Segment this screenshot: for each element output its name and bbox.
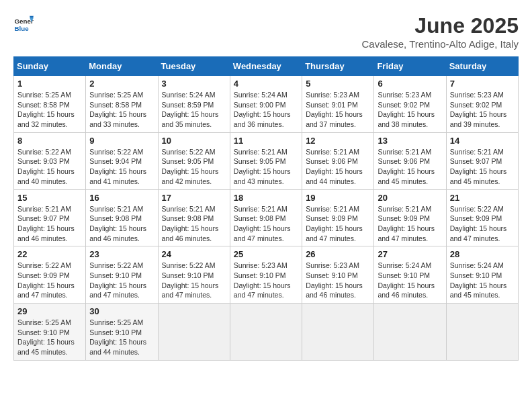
calendar-cell: 9 Sunrise: 5:22 AM Sunset: 9:04 PM Dayli… — [86, 132, 158, 189]
day-number: 2 — [89, 79, 154, 89]
day-number: 7 — [450, 79, 515, 89]
calendar-cell: 17 Sunrise: 5:21 AM Sunset: 9:08 PM Dayl… — [158, 189, 230, 246]
day-number: 22 — [17, 249, 82, 259]
day-number: 21 — [450, 193, 515, 203]
day-info: Sunrise: 5:23 AM Sunset: 9:10 PM Dayligh… — [234, 261, 298, 300]
calendar-week-row: 29 Sunrise: 5:25 AM Sunset: 9:10 PM Dayl… — [14, 304, 519, 361]
weekday-header: Wednesday — [230, 57, 302, 76]
calendar-cell: 24 Sunrise: 5:22 AM Sunset: 9:10 PM Dayl… — [158, 246, 230, 304]
day-number: 15 — [17, 193, 82, 203]
day-info: Sunrise: 5:21 AM Sunset: 9:06 PM Dayligh… — [378, 147, 442, 187]
day-number: 6 — [378, 79, 442, 89]
day-info: Sunrise: 5:23 AM Sunset: 9:02 PM Dayligh… — [378, 90, 442, 130]
calendar-cell: 2 Sunrise: 5:25 AM Sunset: 8:58 PM Dayli… — [86, 76, 158, 133]
weekday-header: Saturday — [446, 57, 518, 76]
day-number: 27 — [378, 249, 442, 259]
day-number: 24 — [162, 249, 226, 259]
day-info: Sunrise: 5:24 AM Sunset: 9:10 PM Dayligh… — [378, 261, 442, 300]
day-number: 14 — [450, 136, 515, 146]
calendar-cell: 19 Sunrise: 5:21 AM Sunset: 9:09 PM Dayl… — [302, 189, 374, 246]
calendar-cell: 21 Sunrise: 5:22 AM Sunset: 9:09 PM Dayl… — [446, 189, 518, 246]
calendar-cell: 16 Sunrise: 5:21 AM Sunset: 9:08 PM Dayl… — [86, 189, 158, 246]
day-info: Sunrise: 5:23 AM Sunset: 9:10 PM Dayligh… — [306, 261, 370, 300]
day-number: 3 — [162, 79, 226, 89]
day-info: Sunrise: 5:21 AM Sunset: 9:08 PM Dayligh… — [89, 204, 154, 244]
calendar-cell: 15 Sunrise: 5:21 AM Sunset: 9:07 PM Dayl… — [14, 189, 86, 246]
day-info: Sunrise: 5:24 AM Sunset: 9:10 PM Dayligh… — [450, 261, 515, 300]
day-info: Sunrise: 5:21 AM Sunset: 9:08 PM Dayligh… — [234, 204, 298, 244]
day-info: Sunrise: 5:22 AM Sunset: 9:04 PM Dayligh… — [89, 147, 154, 187]
day-number: 28 — [450, 249, 515, 259]
day-number: 25 — [234, 249, 298, 259]
calendar-cell — [158, 304, 230, 361]
day-number: 26 — [306, 249, 370, 259]
calendar-cell: 12 Sunrise: 5:21 AM Sunset: 9:06 PM Dayl… — [302, 132, 374, 189]
calendar-cell: 18 Sunrise: 5:21 AM Sunset: 9:08 PM Dayl… — [230, 189, 302, 246]
calendar-cell: 13 Sunrise: 5:21 AM Sunset: 9:06 PM Dayl… — [374, 132, 446, 189]
day-info: Sunrise: 5:21 AM Sunset: 9:06 PM Dayligh… — [306, 147, 370, 187]
day-info: Sunrise: 5:22 AM Sunset: 9:03 PM Dayligh… — [17, 147, 82, 187]
calendar-cell: 8 Sunrise: 5:22 AM Sunset: 9:03 PM Dayli… — [14, 132, 86, 189]
title-block: June 2025 Cavalese, Trentino-Alto Adige,… — [362, 13, 519, 50]
day-info: Sunrise: 5:23 AM Sunset: 9:02 PM Dayligh… — [450, 90, 515, 130]
logo-icon: General Blue — [13, 13, 34, 34]
calendar-cell: 7 Sunrise: 5:23 AM Sunset: 9:02 PM Dayli… — [446, 76, 518, 133]
day-number: 1 — [17, 79, 82, 89]
calendar-cell: 3 Sunrise: 5:24 AM Sunset: 8:59 PM Dayli… — [158, 76, 230, 133]
weekday-header: Tuesday — [158, 57, 230, 76]
calendar-cell: 14 Sunrise: 5:21 AM Sunset: 9:07 PM Dayl… — [446, 132, 518, 189]
day-number: 29 — [17, 306, 82, 316]
calendar-header-row: SundayMondayTuesdayWednesdayThursdayFrid… — [14, 57, 519, 76]
day-info: Sunrise: 5:21 AM Sunset: 9:08 PM Dayligh… — [162, 204, 226, 244]
day-info: Sunrise: 5:25 AM Sunset: 9:10 PM Dayligh… — [17, 318, 82, 357]
day-number: 17 — [162, 193, 226, 203]
calendar-cell — [446, 304, 518, 361]
calendar-cell — [302, 304, 374, 361]
day-info: Sunrise: 5:25 AM Sunset: 8:58 PM Dayligh… — [17, 90, 82, 130]
calendar-cell: 23 Sunrise: 5:22 AM Sunset: 9:10 PM Dayl… — [86, 246, 158, 304]
calendar-cell: 30 Sunrise: 5:25 AM Sunset: 9:10 PM Dayl… — [86, 304, 158, 361]
day-number: 8 — [17, 136, 82, 146]
calendar-cell: 6 Sunrise: 5:23 AM Sunset: 9:02 PM Dayli… — [374, 76, 446, 133]
day-info: Sunrise: 5:24 AM Sunset: 9:00 PM Dayligh… — [234, 90, 298, 130]
day-number: 4 — [234, 79, 298, 89]
calendar-week-row: 15 Sunrise: 5:21 AM Sunset: 9:07 PM Dayl… — [14, 189, 519, 246]
day-info: Sunrise: 5:21 AM Sunset: 9:05 PM Dayligh… — [234, 147, 298, 187]
location-title: Cavalese, Trentino-Alto Adige, Italy — [362, 38, 519, 50]
calendar-cell: 25 Sunrise: 5:23 AM Sunset: 9:10 PM Dayl… — [230, 246, 302, 304]
day-info: Sunrise: 5:22 AM Sunset: 9:10 PM Dayligh… — [162, 261, 226, 300]
day-number: 18 — [234, 193, 298, 203]
day-number: 12 — [306, 136, 370, 146]
day-number: 16 — [89, 193, 154, 203]
day-info: Sunrise: 5:21 AM Sunset: 9:09 PM Dayligh… — [306, 204, 370, 244]
weekday-header: Friday — [374, 57, 446, 76]
day-info: Sunrise: 5:24 AM Sunset: 8:59 PM Dayligh… — [162, 90, 226, 130]
day-number: 10 — [162, 136, 226, 146]
calendar-cell: 1 Sunrise: 5:25 AM Sunset: 8:58 PM Dayli… — [14, 76, 86, 133]
month-title: June 2025 — [362, 13, 519, 38]
day-info: Sunrise: 5:25 AM Sunset: 9:10 PM Dayligh… — [89, 318, 154, 357]
day-number: 9 — [89, 136, 154, 146]
calendar-cell: 28 Sunrise: 5:24 AM Sunset: 9:10 PM Dayl… — [446, 246, 518, 304]
calendar-cell: 22 Sunrise: 5:22 AM Sunset: 9:09 PM Dayl… — [14, 246, 86, 304]
calendar-cell — [230, 304, 302, 361]
svg-text:Blue: Blue — [15, 25, 30, 32]
day-number: 13 — [378, 136, 442, 146]
day-info: Sunrise: 5:23 AM Sunset: 9:01 PM Dayligh… — [306, 90, 370, 130]
day-number: 5 — [306, 79, 370, 89]
calendar-cell: 20 Sunrise: 5:21 AM Sunset: 9:09 PM Dayl… — [374, 189, 446, 246]
day-info: Sunrise: 5:21 AM Sunset: 9:09 PM Dayligh… — [378, 204, 442, 244]
day-number: 19 — [306, 193, 370, 203]
calendar-week-row: 1 Sunrise: 5:25 AM Sunset: 8:58 PM Dayli… — [14, 76, 519, 133]
calendar-table: SundayMondayTuesdayWednesdayThursdayFrid… — [13, 56, 519, 361]
calendar-cell: 29 Sunrise: 5:25 AM Sunset: 9:10 PM Dayl… — [14, 304, 86, 361]
calendar-week-row: 22 Sunrise: 5:22 AM Sunset: 9:09 PM Dayl… — [14, 246, 519, 304]
day-info: Sunrise: 5:22 AM Sunset: 9:05 PM Dayligh… — [162, 147, 226, 187]
day-info: Sunrise: 5:21 AM Sunset: 9:07 PM Dayligh… — [450, 147, 515, 187]
day-info: Sunrise: 5:22 AM Sunset: 9:09 PM Dayligh… — [17, 261, 82, 300]
calendar-cell: 26 Sunrise: 5:23 AM Sunset: 9:10 PM Dayl… — [302, 246, 374, 304]
day-number: 30 — [89, 306, 154, 316]
weekday-header: Thursday — [302, 57, 374, 76]
calendar-cell — [374, 304, 446, 361]
day-number: 11 — [234, 136, 298, 146]
